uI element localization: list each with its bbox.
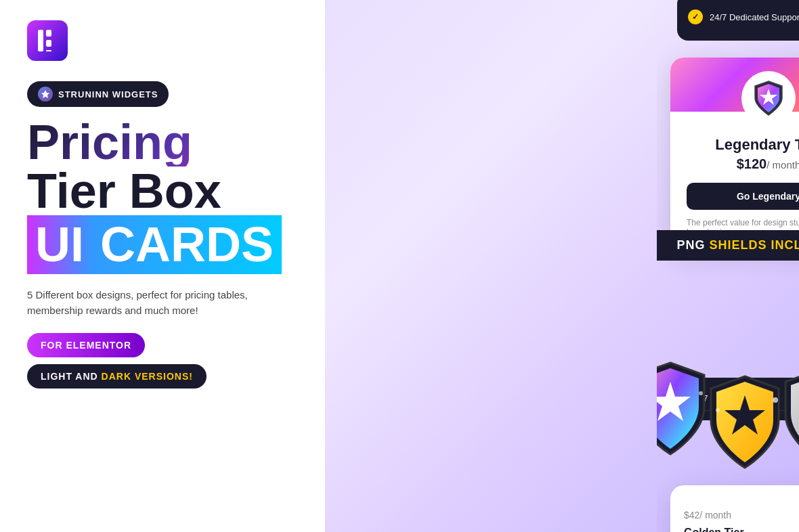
card-golden: $42/ month Golden Tier — [670, 485, 799, 532]
svg-rect-2 — [46, 30, 51, 37]
left-section: STRUNINN WIDGETS Pricing Tier Box UI CAR… — [0, 0, 339, 532]
shield-silver-item — [772, 363, 799, 471]
card-legendary: ♥ POPULAR! — [670, 58, 799, 248]
svg-rect-3 — [46, 40, 51, 47]
golden-title: Golden Tier — [684, 527, 799, 532]
heading-line2: Tier Box — [27, 167, 311, 215]
go-legendary-button[interactable]: Go Legendary — [687, 183, 799, 210]
right-section: ✓ 24/7 Dedicated Support ♥ POPULAR! — [325, 0, 799, 532]
heading-cards: CARDS — [92, 215, 282, 274]
struninn-badge: STRUNINN WIDGETS — [27, 81, 169, 107]
elementor-icon — [27, 20, 68, 61]
card-dark-top-content: ✓ 24/7 Dedicated Support — [677, 0, 799, 41]
main-heading: Pricing Tier Box UI CARDS — [27, 118, 311, 274]
card-legendary-body: Legendary Tier $120/ month Go Legendary … — [670, 112, 799, 248]
heading-line1: Pricing — [27, 118, 311, 167]
badges-row: FOR ELEMENTOR LIGHT AND DARK VERSIONS! — [27, 333, 311, 389]
shield-legendary — [741, 71, 796, 125]
card-legendary-top: ♥ POPULAR! — [670, 58, 799, 112]
shields-container — [657, 356, 799, 478]
tier-name-legendary: Legendary Tier — [687, 136, 799, 154]
heading-ui: UI — [27, 215, 92, 274]
card-dark-top: ✓ 24/7 Dedicated Support — [677, 0, 799, 41]
tier-price-legendary: $120/ month — [687, 156, 799, 172]
badge-icon — [38, 87, 53, 102]
right-content: ✓ 24/7 Dedicated Support ♥ POPULAR! — [657, 0, 799, 532]
badge-elementor: FOR ELEMENTOR — [27, 333, 145, 357]
svg-point-14 — [716, 408, 720, 412]
check-icon-yellow: ✓ — [688, 9, 703, 24]
description: 5 Different box designs, perfect for pri… — [27, 288, 284, 318]
svg-rect-4 — [46, 50, 51, 51]
badge-label: STRUNINN WIDGETS — [58, 89, 158, 99]
svg-rect-1 — [38, 30, 43, 51]
shields-banner-text: PNG SHIELDS INCLUDED!!! — [676, 238, 799, 252]
shields-banner: PNG SHIELDS INCLUDED!!! — [657, 230, 799, 261]
golden-price: $42/ month — [684, 499, 799, 524]
badge-dark: LIGHT AND DARK VERSIONS! — [27, 364, 207, 389]
check-item-support: ✓ 24/7 Dedicated Support — [688, 4, 799, 30]
check-label-support: 24/7 Dedicated Support — [710, 12, 799, 22]
heading-line3: UI CARDS — [27, 215, 311, 274]
